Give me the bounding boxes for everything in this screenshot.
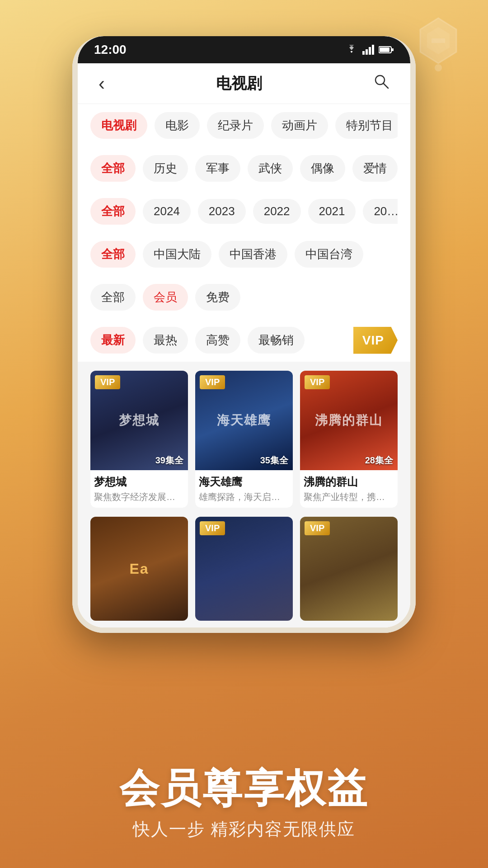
poster-image-2: VIP 海天雄鹰 35集全 xyxy=(195,371,293,470)
phone-screen: 12:00 xyxy=(78,36,410,627)
sort-filter-row: 最新 最热 高赞 最畅销 VIP xyxy=(90,319,398,362)
vip-badge: VIP xyxy=(305,521,330,535)
vip-flag-banner[interactable]: VIP xyxy=(353,327,398,354)
svg-point-0 xyxy=(435,64,442,71)
item-desc: 雄鹰探路，海天启… xyxy=(195,491,293,508)
episode-count: 28集全 xyxy=(365,454,393,467)
background-logo xyxy=(407,14,470,77)
status-time: 12:00 xyxy=(94,42,127,57)
svg-point-8 xyxy=(375,75,385,85)
promo-subtitle: 快人一步 精彩内容无限供应 xyxy=(0,818,488,841)
item-desc: 聚焦数字经济发展… xyxy=(90,491,188,508)
payment-filter-free[interactable]: 免费 xyxy=(195,284,240,311)
list-item[interactable]: VIP xyxy=(300,517,398,621)
svg-rect-3 xyxy=(369,47,371,55)
payment-filter-all[interactable]: 全部 xyxy=(90,284,136,311)
svg-rect-2 xyxy=(366,49,368,55)
signal-icon xyxy=(362,45,374,55)
content-row-1: VIP 梦想城 39集全 梦想城 聚焦数字经济发展… VIP 海天雄鹰 35集全… xyxy=(90,371,398,508)
nav-bar: ‹ 电视剧 xyxy=(78,63,410,104)
episode-count: 35集全 xyxy=(260,454,288,467)
sort-filter-likes[interactable]: 高赞 xyxy=(195,327,240,354)
svg-line-9 xyxy=(384,84,388,88)
payment-filter-row: 全部 会员 免费 xyxy=(90,276,398,319)
poster-image-4: Ea xyxy=(90,517,188,621)
genre-filter-romance[interactable]: 爱情 xyxy=(352,155,398,182)
episode-count: 39集全 xyxy=(155,454,183,467)
year-filter-2023[interactable]: 2023 xyxy=(198,199,246,224)
genre-filter-idol[interactable]: 偶像 xyxy=(300,155,345,182)
item-title: 沸腾的群山 xyxy=(300,470,398,491)
year-filter-2024[interactable]: 2024 xyxy=(143,199,191,224)
sort-filter-bestsell[interactable]: 最畅销 xyxy=(248,327,305,354)
category-filter-documentary[interactable]: 纪录片 xyxy=(207,112,264,139)
sort-filter-newest[interactable]: 最新 xyxy=(90,327,136,354)
search-button[interactable] xyxy=(369,69,394,98)
battery-icon xyxy=(379,46,394,54)
poster-image-5: VIP xyxy=(195,517,293,621)
svg-rect-6 xyxy=(380,47,389,52)
svg-rect-4 xyxy=(372,45,374,55)
category-filter-row: 电视剧 电影 纪录片 动画片 特别节目 xyxy=(90,104,398,147)
genre-filter-all[interactable]: 全部 xyxy=(90,155,136,182)
region-filter-row: 全部 中国大陆 中国香港 中国台湾 xyxy=(90,233,398,276)
back-button[interactable]: ‹ xyxy=(94,68,109,99)
list-item[interactable]: VIP 沸腾的群山 28集全 沸腾的群山 聚焦产业转型，携… xyxy=(300,371,398,508)
item-title: 海天雄鹰 xyxy=(195,470,293,491)
status-icons xyxy=(345,45,394,55)
svg-rect-7 xyxy=(392,48,394,51)
search-icon xyxy=(373,73,389,90)
poster-image-1: VIP 梦想城 39集全 xyxy=(90,371,188,470)
year-filter-more[interactable]: 20… xyxy=(363,199,398,224)
list-item[interactable]: Ea xyxy=(90,517,188,621)
item-title: 梦想城 xyxy=(90,470,188,491)
list-item[interactable]: VIP 海天雄鹰 35集全 海天雄鹰 雄鹰探路，海天启… xyxy=(195,371,293,508)
promo-section: 会员尊享权益 快人一步 精彩内容无限供应 xyxy=(0,767,488,841)
year-filter-row: 全部 2024 2023 2022 2021 20… xyxy=(90,190,398,233)
poster-text: Ea xyxy=(90,517,188,621)
status-bar: 12:00 xyxy=(78,36,410,63)
content-row-2: Ea VIP VIP xyxy=(90,517,398,621)
genre-filter-history[interactable]: 历史 xyxy=(143,155,188,182)
poster-image-3: VIP 沸腾的群山 28集全 xyxy=(300,371,398,470)
year-filter-2021[interactable]: 2021 xyxy=(308,199,356,224)
item-desc: 聚焦产业转型，携… xyxy=(300,491,398,508)
page-title: 电视剧 xyxy=(216,73,262,94)
category-filter-animation[interactable]: 动画片 xyxy=(271,112,328,139)
poster-image-6: VIP xyxy=(300,517,398,621)
list-item[interactable]: VIP xyxy=(195,517,293,621)
category-filter-movie[interactable]: 电影 xyxy=(155,112,200,139)
category-filter-special[interactable]: 特别节目 xyxy=(335,112,398,139)
genre-filter-wuxia[interactable]: 武侠 xyxy=(248,155,293,182)
year-filter-2022[interactable]: 2022 xyxy=(253,199,301,224)
sort-filter-hot[interactable]: 最热 xyxy=(143,327,188,354)
genre-filter-military[interactable]: 军事 xyxy=(195,155,240,182)
wifi-icon xyxy=(345,45,358,55)
phone-frame: 12:00 xyxy=(72,36,416,633)
payment-filter-vip[interactable]: 会员 xyxy=(143,284,188,311)
list-item[interactable]: VIP 梦想城 39集全 梦想城 聚焦数字经济发展… xyxy=(90,371,188,508)
category-filter-tv[interactable]: 电视剧 xyxy=(90,112,147,139)
promo-title: 会员尊享权益 xyxy=(0,767,488,811)
genre-filter-row: 全部 历史 军事 武侠 偶像 爱情 xyxy=(90,147,398,190)
region-filter-mainland[interactable]: 中国大陆 xyxy=(143,241,211,268)
region-filter-hk[interactable]: 中国香港 xyxy=(219,241,287,268)
region-filter-tw[interactable]: 中国台湾 xyxy=(295,241,363,268)
year-filter-all[interactable]: 全部 xyxy=(90,198,136,225)
content-grid: VIP 梦想城 39集全 梦想城 聚焦数字经济发展… VIP 海天雄鹰 35集全… xyxy=(78,362,410,627)
filter-section: 电视剧 电影 纪录片 动画片 特别节目 全部 历史 军事 武侠 偶像 爱情 全部… xyxy=(78,104,410,362)
svg-rect-1 xyxy=(362,51,365,55)
region-filter-all[interactable]: 全部 xyxy=(90,241,136,268)
vip-badge: VIP xyxy=(200,521,225,535)
